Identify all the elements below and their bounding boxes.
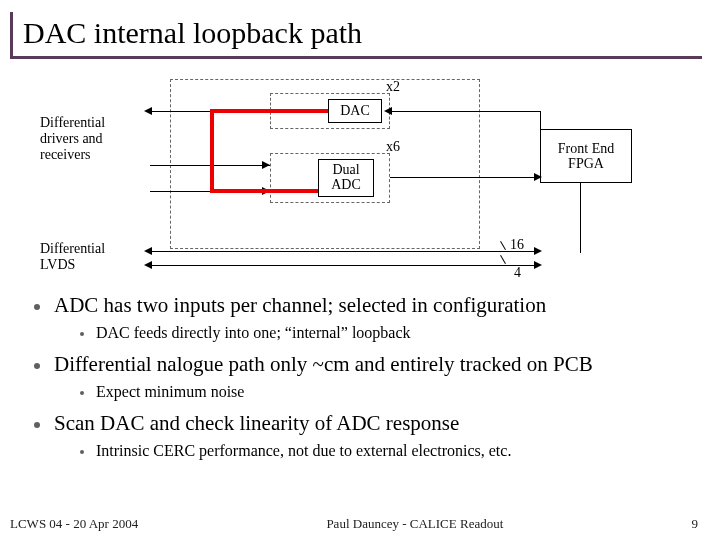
footer-right: 9 bbox=[691, 516, 698, 532]
fpga-block: Front End FPGA bbox=[540, 129, 632, 183]
wire bbox=[580, 183, 581, 253]
bullet-text: ADC has two inputs per channel; selected… bbox=[54, 293, 546, 318]
wire bbox=[390, 111, 540, 112]
bus4-label: 4 bbox=[514, 265, 521, 281]
arrow-icon bbox=[262, 161, 270, 169]
diff-drivers-label: Differential drivers and receivers bbox=[40, 115, 150, 163]
wire bbox=[540, 111, 541, 131]
loopback-path bbox=[210, 109, 328, 113]
loopback-path bbox=[210, 189, 318, 193]
list-item: ADC has two inputs per channel; selected… bbox=[30, 293, 694, 318]
loopback-path bbox=[210, 109, 214, 193]
list-item: Scan DAC and check linearity of ADC resp… bbox=[30, 411, 694, 436]
bullet-icon bbox=[34, 304, 40, 310]
bullet-text: Intrinsic CERC performance, not due to e… bbox=[96, 442, 511, 460]
wire bbox=[150, 265, 540, 266]
bus16-label: 16 bbox=[510, 237, 524, 253]
arrow-icon bbox=[534, 173, 542, 181]
list-item: Expect minimum noise bbox=[76, 383, 694, 401]
list-item: Intrinsic CERC performance, not due to e… bbox=[76, 442, 694, 460]
arrow-icon bbox=[144, 107, 152, 115]
adc-block-text: Dual ADC bbox=[331, 163, 361, 192]
adc-block: Dual ADC bbox=[318, 159, 374, 197]
bullet-text: DAC feeds directly into one; “internal” … bbox=[96, 324, 411, 342]
diff-lvds-label: Differential LVDS bbox=[40, 241, 150, 273]
wire bbox=[150, 251, 540, 252]
arrow-icon bbox=[534, 247, 542, 255]
list-item: Differential nalogue path only ~cm and e… bbox=[30, 352, 694, 377]
page-title: DAC internal loopback path bbox=[23, 16, 702, 50]
bullet-text: Differential nalogue path only ~cm and e… bbox=[54, 352, 593, 377]
dac-block-text: DAC bbox=[340, 103, 370, 119]
dac-block: DAC bbox=[328, 99, 382, 123]
bullet-icon bbox=[34, 422, 40, 428]
bullet-list: ADC has two inputs per channel; selected… bbox=[30, 293, 694, 460]
bus-slash bbox=[500, 241, 506, 250]
wire bbox=[390, 177, 540, 178]
arrow-icon bbox=[384, 107, 392, 115]
arrow-icon bbox=[534, 261, 542, 269]
fpga-block-text: Front End FPGA bbox=[558, 141, 614, 172]
block-diagram: Differential drivers and receivers Diffe… bbox=[40, 73, 690, 283]
bullet-icon bbox=[80, 450, 84, 454]
bullet-icon bbox=[80, 391, 84, 395]
slide-footer: LCWS 04 - 20 Apr 2004 Paul Dauncey - CAL… bbox=[0, 516, 720, 532]
bullet-icon bbox=[80, 332, 84, 336]
adc-mult-label: x6 bbox=[386, 139, 400, 155]
bullet-icon bbox=[34, 363, 40, 369]
arrow-icon bbox=[144, 247, 152, 255]
footer-left: LCWS 04 - 20 Apr 2004 bbox=[10, 516, 138, 532]
footer-center: Paul Dauncey - CALICE Readout bbox=[326, 516, 503, 532]
arrow-icon bbox=[144, 261, 152, 269]
bus-slash bbox=[500, 255, 506, 264]
list-item: DAC feeds directly into one; “internal” … bbox=[76, 324, 694, 342]
bullet-text: Scan DAC and check linearity of ADC resp… bbox=[54, 411, 459, 436]
bullet-text: Expect minimum noise bbox=[96, 383, 244, 401]
dac-mult-label: x2 bbox=[386, 79, 400, 95]
